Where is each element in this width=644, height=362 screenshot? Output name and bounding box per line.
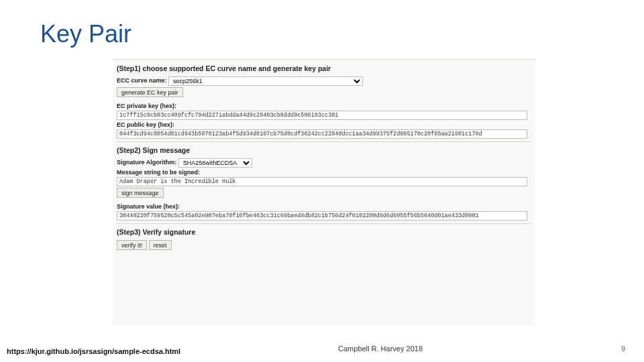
message-input[interactable] — [117, 177, 527, 186]
private-key-input[interactable] — [117, 111, 527, 120]
signature-input[interactable] — [117, 211, 527, 221]
curve-select[interactable]: secp256k1 — [168, 76, 363, 86]
alg-label: Signature Algorithm: — [117, 159, 176, 166]
footer-url: https://kjur.github.io/jsrsasign/sample-… — [7, 347, 180, 355]
step2-heading: (Step2) Sign message — [117, 146, 531, 154]
page-title: Key Pair — [40, 20, 131, 48]
message-label: Message string to be signed: — [117, 169, 531, 176]
demo-panel: (Step1) choose supported EC curve name a… — [113, 59, 535, 326]
sign-message-button[interactable]: sign message — [117, 188, 164, 198]
signature-label: Signature value (hex): — [117, 203, 531, 210]
verify-button[interactable]: verify it! — [117, 240, 147, 250]
step3-heading: (Step3) Verify signature — [117, 228, 531, 236]
generate-keypair-button[interactable]: generate EC key pair — [117, 87, 183, 97]
curve-label: ECC curve name: — [117, 77, 167, 84]
footer-page-number: 9 — [621, 345, 625, 353]
public-key-label: EC public key (hex): — [117, 121, 531, 128]
step1-heading: (Step1) choose supported EC curve name a… — [117, 64, 531, 72]
alg-select[interactable]: SHA256withECDSA — [178, 158, 252, 168]
footer-author: Campbell R. Harvey 2018 — [338, 345, 423, 353]
public-key-input[interactable] — [117, 129, 527, 139]
reset-button[interactable]: reset — [149, 240, 172, 250]
private-key-label: EC private key (hex): — [117, 103, 531, 109]
